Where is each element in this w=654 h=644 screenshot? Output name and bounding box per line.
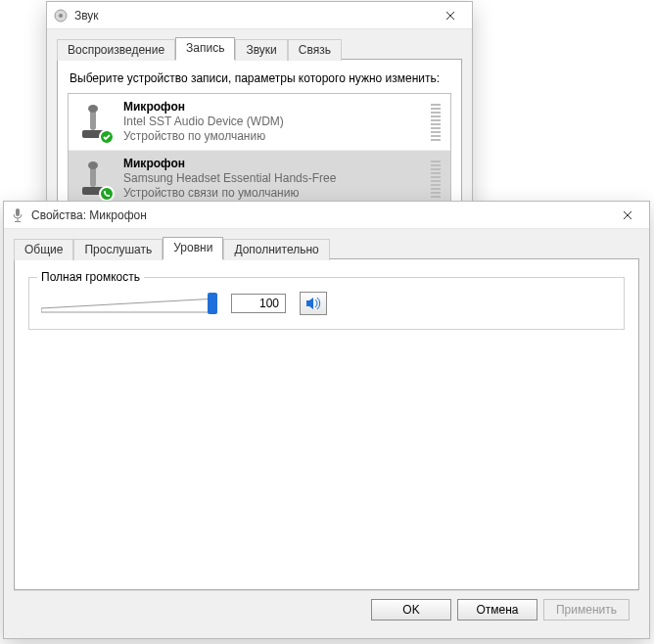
device-texts: Микрофон Intel SST Audio Device (WDM) Ус… <box>123 100 419 144</box>
props-close-button[interactable] <box>605 202 649 229</box>
instruction-text: Выберите устройство записи, параметры ко… <box>70 71 449 85</box>
slider-thumb[interactable] <box>208 293 217 314</box>
volume-value[interactable]: 100 <box>231 294 286 313</box>
device-name: Микрофон <box>123 157 419 171</box>
tab-playback[interactable]: Воспроизведение <box>57 39 175 61</box>
device-name: Микрофон <box>123 100 419 115</box>
svg-rect-8 <box>16 208 20 216</box>
level-meter <box>431 161 441 198</box>
sound-titlebar[interactable]: Звук <box>47 2 472 29</box>
sound-tabs: Воспроизведение Запись Звуки Связь <box>57 37 462 60</box>
svg-point-1 <box>59 14 63 18</box>
speaker-icon <box>305 297 321 310</box>
properties-window: Свойства: Микрофон Общие Прослушать Уров… <box>3 201 650 639</box>
device-row[interactable]: Микрофон Samsung Headset Essential Hands… <box>69 151 450 207</box>
microphone-icon <box>76 160 112 199</box>
cancel-button[interactable]: Отмена <box>457 599 537 621</box>
svg-rect-9 <box>18 218 19 221</box>
device-texts: Микрофон Samsung Headset Essential Hands… <box>123 157 419 201</box>
mute-button[interactable] <box>300 292 327 315</box>
device-subtitle: Samsung Headset Essential Hands-Free <box>123 171 419 186</box>
tab-general[interactable]: Общие <box>14 239 73 260</box>
device-default: Устройство по умолчанию <box>123 129 419 144</box>
device-subtitle: Intel SST Audio Device (WDM) <box>123 115 419 129</box>
svg-point-4 <box>88 105 98 113</box>
device-list[interactable]: Микрофон Intel SST Audio Device (WDM) Ус… <box>68 93 451 210</box>
tab-recording[interactable]: Запись <box>175 37 235 60</box>
default-comm-badge <box>99 186 115 202</box>
tab-listen[interactable]: Прослушать <box>73 239 163 260</box>
props-body: Общие Прослушать Уровни Дополнительно По… <box>4 229 649 638</box>
slider-track-icon <box>41 295 217 316</box>
props-tab-panel: Полная громкость 100 <box>14 258 639 590</box>
microphone-icon <box>76 103 112 142</box>
level-meter <box>431 104 441 141</box>
phone-icon <box>102 189 112 199</box>
device-row[interactable]: Микрофон Intel SST Audio Device (WDM) Ус… <box>69 94 450 151</box>
svg-marker-11 <box>41 299 217 312</box>
tab-advanced[interactable]: Дополнительно <box>223 239 329 260</box>
device-default: Устройство связи по умолчанию <box>123 186 419 201</box>
tab-sounds[interactable]: Звуки <box>235 39 287 61</box>
close-icon <box>623 210 632 220</box>
speaker-settings-icon <box>53 8 69 23</box>
sound-title: Звук <box>74 9 428 23</box>
props-footer: OK Отмена Применить <box>14 590 639 630</box>
close-icon <box>445 11 455 21</box>
check-icon <box>102 132 112 142</box>
microphone-small-icon <box>10 207 25 223</box>
volume-group: Полная громкость 100 <box>28 277 625 330</box>
volume-slider[interactable] <box>41 293 217 314</box>
svg-point-7 <box>88 161 98 169</box>
props-titlebar[interactable]: Свойства: Микрофон <box>4 202 649 229</box>
apply-button[interactable]: Применить <box>543 599 630 621</box>
props-title: Свойства: Микрофон <box>31 208 605 222</box>
sound-close-button[interactable] <box>428 2 472 29</box>
ok-button[interactable]: OK <box>371 599 451 621</box>
default-check-badge <box>99 129 115 145</box>
tab-levels[interactable]: Уровни <box>163 237 223 259</box>
props-tabs: Общие Прослушать Уровни Дополнительно <box>14 237 639 259</box>
svg-rect-10 <box>15 221 21 222</box>
tab-communications[interactable]: Связь <box>288 39 342 61</box>
volume-label: Полная громкость <box>37 270 144 284</box>
